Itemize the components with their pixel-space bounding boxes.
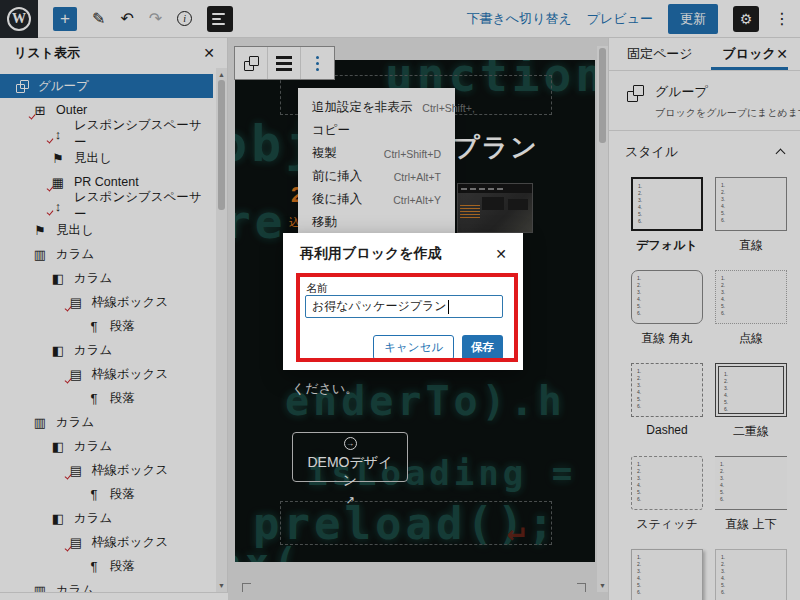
dialog-title: 再利用ブロックを作成 — [300, 245, 442, 263]
dialog-close-button[interactable]: ✕ — [495, 246, 507, 262]
name-input[interactable]: お得なパッケージプラン — [305, 295, 503, 318]
name-field-label: 名前 — [306, 281, 328, 296]
cancel-button[interactable]: キャンセル — [373, 335, 454, 360]
create-reusable-block-dialog: 再利用ブロックを作成 ✕ 名前 お得なパッケージプラン キャンセル 保存 — [283, 233, 523, 370]
name-input-value: お得なパッケージプラン — [312, 298, 447, 315]
text-caret — [448, 300, 449, 314]
save-button[interactable]: 保存 — [462, 335, 503, 360]
close-icon: ✕ — [495, 246, 507, 262]
wordpress-block-editor: W + ✎ ↶ ↷ i 下書きへ切り替え プレビュー 更新 ⚙ ⋮ リスト表示 … — [0, 0, 800, 600]
